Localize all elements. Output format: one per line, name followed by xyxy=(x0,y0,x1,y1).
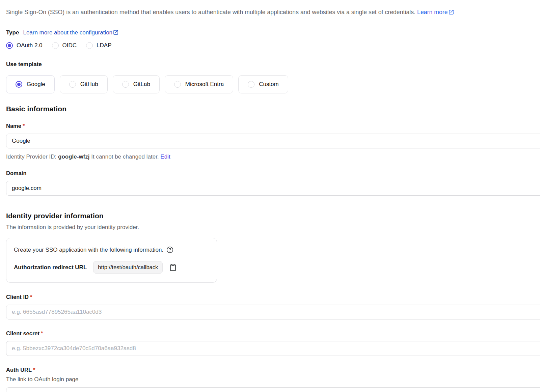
auth-url-label: Auth URL* xyxy=(6,367,540,373)
radio-oidc-label: OIDC xyxy=(62,42,77,49)
template-entra-label: Microsoft Entra xyxy=(185,81,224,88)
radio-selected-icon xyxy=(16,81,22,88)
clipboard-icon xyxy=(169,263,177,271)
edit-idp-id-link[interactable]: Edit xyxy=(160,153,170,160)
use-template-label: Use template xyxy=(6,61,540,68)
template-custom-label: Custom xyxy=(259,81,279,88)
radio-unselected-icon xyxy=(122,81,129,88)
auth-url-label-text: Auth URL xyxy=(6,367,32,373)
help-circle-icon[interactable] xyxy=(166,246,173,253)
radio-unselected-icon xyxy=(248,81,254,88)
idp-information-subtitle: The information is provided by your iden… xyxy=(6,224,540,231)
client-secret-input[interactable] xyxy=(6,341,540,356)
client-secret-label: Client secret* xyxy=(6,330,540,337)
template-gitlab-label: GitLab xyxy=(133,81,150,88)
name-label-text: Name xyxy=(6,123,21,129)
idp-helper-suffix: It cannot be changed later. xyxy=(90,153,161,160)
radio-oauth2[interactable]: OAuth 2.0 xyxy=(6,42,43,49)
type-label: Type xyxy=(6,29,19,36)
domain-input[interactable] xyxy=(6,181,540,196)
authorization-redirect-label: Authorization redirect URL xyxy=(14,264,87,271)
config-learn-more-link[interactable]: Learn more about the configuration xyxy=(23,29,118,36)
required-marker: * xyxy=(41,330,43,336)
sso-application-info-card: Create your SSO application with the fol… xyxy=(6,238,217,283)
intro-learn-more-label: Learn more xyxy=(417,9,448,16)
radio-unselected-icon xyxy=(174,81,181,88)
protocol-radio-group: OAuth 2.0 OIDC LDAP xyxy=(6,42,540,49)
template-card-google[interactable]: Google xyxy=(6,75,55,93)
client-id-input[interactable] xyxy=(6,305,540,319)
client-id-label: Client ID* xyxy=(6,294,540,300)
template-card-group: Google GitHub GitLab Microsoft Entra Cus… xyxy=(6,75,540,93)
required-marker: * xyxy=(23,123,25,129)
info-card-title: Create your SSO application with the fol… xyxy=(14,247,163,253)
basic-information-heading: Basic information xyxy=(6,105,540,113)
intro-description: Single Sign-On (SSO) is an authenticatio… xyxy=(6,9,415,16)
radio-ldap-label: LDAP xyxy=(97,42,111,49)
template-card-microsoft-entra[interactable]: Microsoft Entra xyxy=(165,75,233,93)
name-label: Name* xyxy=(6,123,540,129)
idp-helper-prefix: Identity Provider ID: xyxy=(6,153,58,160)
radio-oidc[interactable]: OIDC xyxy=(52,42,77,49)
external-link-icon xyxy=(449,9,454,15)
idp-information-heading: Identity provider information xyxy=(6,212,540,220)
radio-selected-icon xyxy=(6,42,13,49)
auth-url-helper: The link to OAuth login page xyxy=(6,376,540,383)
template-card-github[interactable]: GitHub xyxy=(60,75,108,93)
radio-ldap[interactable]: LDAP xyxy=(86,42,111,49)
idp-id-helper: Identity Provider ID: google-wfzj It can… xyxy=(6,153,540,160)
sso-config-page: Single Sign-On (SSO) is an authenticatio… xyxy=(0,0,540,392)
sso-intro-text: Single Sign-On (SSO) is an authenticatio… xyxy=(6,8,540,17)
client-secret-label-text: Client secret xyxy=(6,330,39,336)
radio-unselected-icon xyxy=(86,42,93,49)
name-input[interactable] xyxy=(6,134,540,148)
radio-oauth2-label: OAuth 2.0 xyxy=(17,42,43,49)
external-link-icon xyxy=(113,30,118,35)
intro-learn-more-link[interactable]: Learn more xyxy=(417,9,454,16)
type-section-header: Type Learn more about the configuration xyxy=(6,29,540,36)
radio-unselected-icon xyxy=(52,42,59,49)
info-card-title-row: Create your SSO application with the fol… xyxy=(14,246,209,253)
domain-label: Domain xyxy=(6,170,540,176)
authorization-redirect-row: Authorization redirect URL http://test/o… xyxy=(14,261,209,274)
template-github-label: GitHub xyxy=(80,81,98,88)
template-google-label: Google xyxy=(27,81,45,88)
template-card-custom[interactable]: Custom xyxy=(238,75,288,93)
config-learn-more-label: Learn more about the configuration xyxy=(23,29,112,36)
authorization-redirect-value: http://test/oauth/callback xyxy=(93,261,163,274)
auth-url-input[interactable] xyxy=(6,387,540,392)
required-marker: * xyxy=(30,294,32,300)
required-marker: * xyxy=(33,367,35,373)
radio-unselected-icon xyxy=(69,81,76,88)
copy-to-clipboard-button[interactable] xyxy=(169,263,177,271)
client-id-label-text: Client ID xyxy=(6,294,29,300)
idp-id-value: google-wfzj xyxy=(58,153,89,160)
template-card-gitlab[interactable]: GitLab xyxy=(113,75,160,93)
